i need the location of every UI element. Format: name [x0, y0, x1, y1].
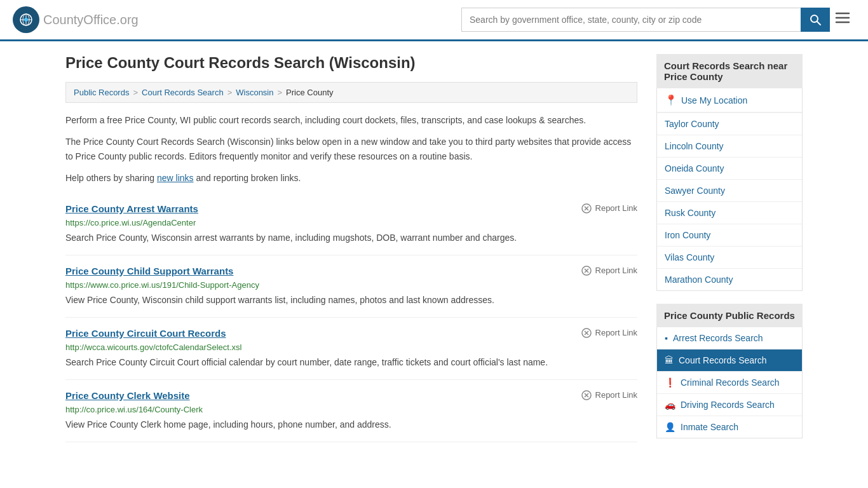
nearby-title: Court Records Search near Price County	[656, 54, 803, 88]
pr-driving-records[interactable]: 🚗 Driving Records Search	[657, 394, 802, 416]
report-icon-3	[581, 390, 592, 400]
record-url-1: https://www.co.price.wi.us/191/Child-Sup…	[65, 280, 637, 290]
logo-wordmark: CountyOffice.org	[43, 13, 139, 27]
report-icon-1	[581, 266, 592, 276]
description-3: Help others by sharing new links and rep…	[65, 171, 637, 185]
page-title: Price County Court Records Search (Wisco…	[65, 54, 637, 72]
public-records-list: ▪ Arrest Records Search 🏛 Court Records …	[656, 327, 803, 438]
record-header-1: Price County Child Support Warrants Repo…	[65, 266, 637, 276]
nearby-county-sawyer[interactable]: Sawyer County	[657, 180, 802, 202]
menu-button[interactable]	[830, 8, 855, 32]
location-icon: 📍	[665, 94, 677, 106]
pr-arrest-records[interactable]: ▪ Arrest Records Search	[657, 327, 802, 349]
nearby-section: Court Records Search near Price County 📍…	[656, 54, 803, 291]
pr-driving-label: Driving Records Search	[681, 400, 775, 410]
record-desc-3: View Price County Clerk home page, inclu…	[65, 418, 637, 431]
site-header: CountyOffice.org	[0, 0, 868, 41]
pr-court-records[interactable]: 🏛 Court Records Search	[657, 349, 802, 372]
logo-icon	[13, 6, 39, 33]
report-link-2[interactable]: Report Link	[581, 328, 637, 338]
sidebar: Court Records Search near Price County 📍…	[656, 54, 803, 451]
breadcrumb-public-records[interactable]: Public Records	[74, 88, 129, 97]
site-logo[interactable]: CountyOffice.org	[13, 6, 139, 33]
record-header-3: Price County Clerk Website Report Link	[65, 390, 637, 401]
breadcrumb-sep-2: >	[227, 88, 233, 97]
pr-inmate-label: Inmate Search	[681, 422, 738, 432]
record-item-2: Price County Circuit Court Records Repor…	[65, 318, 637, 380]
use-location-link[interactable]: 📍 Use My Location	[657, 88, 802, 112]
record-url-0: https://co.price.wi.us/AgendaCenter	[65, 218, 637, 227]
public-records-title: Price County Public Records	[656, 304, 803, 327]
record-url-3: http://co.price.wi.us/164/County-Clerk	[65, 405, 637, 414]
hamburger-icon	[835, 10, 850, 25]
svg-line-7	[817, 22, 820, 25]
court-icon: 🏛	[665, 355, 674, 365]
nearby-county-rusk[interactable]: Rusk County	[657, 202, 802, 224]
record-title-3[interactable]: Price County Clerk Website	[65, 390, 190, 401]
record-url-2: http://wcca.wicourts.gov/ctofcCalendarSe…	[65, 342, 637, 352]
pr-criminal-label: Criminal Records Search	[681, 377, 780, 388]
criminal-icon: ❗	[665, 377, 675, 388]
record-item-0: Price County Arrest Warrants Report Link…	[65, 193, 637, 255]
nearby-county-marathon[interactable]: Marathon County	[657, 269, 802, 290]
breadcrumb-current: Price County	[286, 88, 333, 97]
use-location-label: Use My Location	[681, 95, 747, 105]
report-link-1[interactable]: Report Link	[581, 266, 637, 276]
report-icon-2	[581, 328, 592, 338]
new-links-link[interactable]: new links	[157, 173, 194, 183]
records-list: Price County Arrest Warrants Report Link…	[65, 193, 637, 442]
nearby-county-vilas[interactable]: Vilas County	[657, 247, 802, 269]
record-desc-1: View Price County, Wisconsin child suppo…	[65, 294, 637, 307]
breadcrumb-sep-3: >	[278, 88, 283, 97]
arrest-icon: ▪	[665, 333, 668, 343]
inmate-icon: 👤	[665, 422, 675, 432]
breadcrumb: Public Records > Court Records Search > …	[65, 82, 637, 103]
pr-arrest-label: Arrest Records Search	[673, 333, 763, 343]
record-item-1: Price County Child Support Warrants Repo…	[65, 255, 637, 318]
breadcrumb-court-records[interactable]: Court Records Search	[142, 88, 224, 97]
report-link-0[interactable]: Report Link	[581, 203, 637, 214]
report-icon-0	[581, 203, 592, 214]
record-title-0[interactable]: Price County Arrest Warrants	[65, 203, 198, 214]
record-title-1[interactable]: Price County Child Support Warrants	[65, 266, 233, 276]
nearby-county-iron[interactable]: Iron County	[657, 224, 802, 247]
public-records-section: Price County Public Records ▪ Arrest Rec…	[656, 304, 803, 438]
pr-criminal-records[interactable]: ❗ Criminal Records Search	[657, 372, 802, 394]
record-header-0: Price County Arrest Warrants Report Link	[65, 203, 637, 214]
record-desc-0: Search Price County, Wisconsin arrest wa…	[65, 231, 637, 245]
pr-inmate-search[interactable]: 👤 Inmate Search	[657, 416, 802, 438]
nearby-county-lincoln[interactable]: Lincoln County	[657, 135, 802, 158]
record-item-3: Price County Clerk Website Report Link h…	[65, 380, 637, 442]
nearby-county-taylor[interactable]: Taylor County	[657, 113, 802, 135]
search-area	[461, 8, 855, 32]
search-button[interactable]	[801, 8, 830, 32]
record-desc-2: Search Price County Circuit Court offici…	[65, 356, 637, 369]
breadcrumb-wisconsin[interactable]: Wisconsin	[236, 88, 273, 97]
report-link-3[interactable]: Report Link	[581, 390, 637, 400]
driving-icon: 🚗	[665, 400, 675, 410]
description-1: Perform a free Price County, WI public c…	[65, 113, 637, 127]
record-header-2: Price County Circuit Court Records Repor…	[65, 328, 637, 339]
main-content: Price County Court Records Search (Wisco…	[65, 54, 637, 451]
search-icon	[810, 14, 821, 25]
breadcrumb-sep-1: >	[133, 88, 138, 97]
nearby-county-list: 📍 Use My Location Taylor County Lincoln …	[656, 88, 803, 291]
record-title-2[interactable]: Price County Circuit Court Records	[65, 328, 226, 339]
svg-point-5	[24, 18, 28, 22]
page-container: Price County Court Records Search (Wisco…	[53, 41, 815, 464]
pr-court-label: Court Records Search	[679, 355, 767, 365]
nearby-county-oneida[interactable]: Oneida County	[657, 158, 802, 180]
description-2: The Price County Court Records Search (W…	[65, 135, 637, 163]
search-input[interactable]	[461, 8, 801, 32]
use-location-item[interactable]: 📍 Use My Location	[657, 88, 802, 113]
